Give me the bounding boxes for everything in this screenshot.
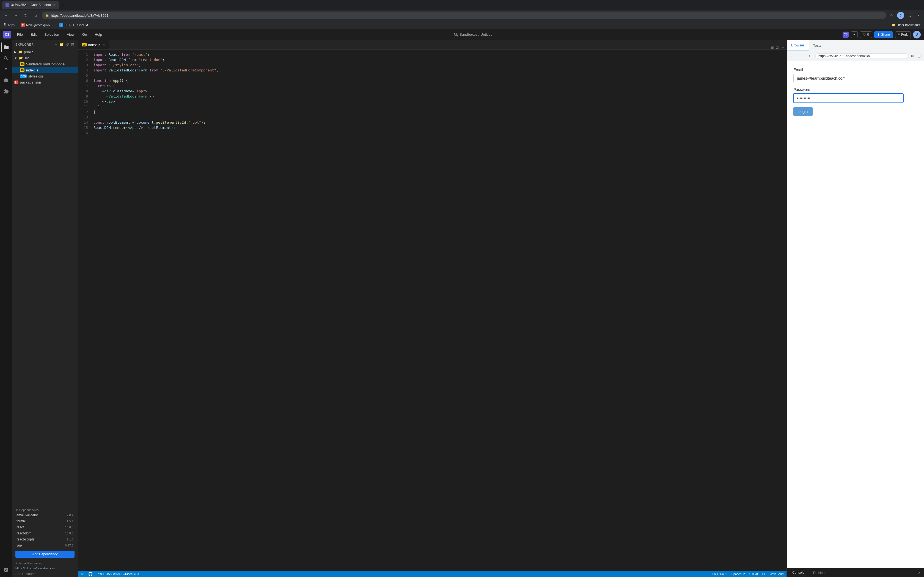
tab-close-icon[interactable]: × (103, 43, 105, 47)
split-editor-icon[interactable]: ⊞ (771, 45, 774, 50)
console-tab[interactable]: Console (790, 570, 806, 576)
new-folder-icon[interactable]: 📁 (59, 42, 64, 47)
email-label: Email (793, 68, 903, 72)
dep-formik[interactable]: formik 1.5.1 (12, 518, 78, 524)
refresh-icon[interactable]: ↺ (66, 42, 69, 47)
browser-tab[interactable]: 3x7vlv3521 - CodeSandbox × (2, 1, 59, 9)
dep-email-validator[interactable]: email-validator 2.0.4 (12, 512, 78, 518)
tab-close-icon[interactable]: × (53, 3, 55, 7)
codesandbox-logo[interactable]: CS (3, 31, 11, 39)
header-menu: File Edit Selection View Go Help (15, 31, 104, 38)
fork-button[interactable]: ⑂ Fork (895, 31, 911, 38)
explorer-title: EXPLORER (15, 43, 34, 46)
activity-files-icon[interactable] (1, 42, 11, 52)
activity-account-icon[interactable] (1, 565, 11, 575)
add-resource-button[interactable]: Add Resource (12, 571, 78, 577)
user-avatar[interactable]: J (913, 31, 921, 39)
address-bar[interactable]: 🔒 https://codesandbox.io/s/3x7vlv3521 (42, 11, 886, 19)
other-bookmarks[interactable]: 📁 Other Bookmarks (890, 23, 922, 27)
add-dependency-button[interactable]: Add Dependency (15, 551, 74, 558)
add-sandbox-button[interactable]: + (851, 31, 858, 38)
tab-title: 3x7vlv3521 - CodeSandbox (11, 3, 52, 7)
tree-item-public[interactable]: ▶ 📁 public (12, 49, 78, 55)
preview-forward-button[interactable]: → (798, 53, 805, 60)
bookmark-spiro[interactable]: S SPIRO ILS/spDM ... (58, 23, 93, 27)
preview-toolbar: ← → ↻ https://3x7vlv3521.codesandbox.io/… (787, 51, 924, 61)
status-line-ending[interactable]: LF (762, 572, 766, 575)
editor-main: JS index.js × ⊞ ⊡ ⋯ 12345 678910 1112131… (78, 40, 787, 577)
password-input[interactable] (793, 93, 903, 103)
activity-git-icon[interactable] (1, 64, 11, 74)
preview-address-bar[interactable]: https://3x7vlv3521.codesandbox.io/ (816, 53, 908, 59)
back-button[interactable]: ← (2, 11, 10, 19)
styles-filename: styles.css (28, 74, 44, 78)
menu-edit[interactable]: Edit (29, 31, 38, 38)
dep-yup[interactable]: yup 0.27.0 (12, 542, 78, 548)
tree-item-index-js[interactable]: JS index.js (12, 67, 78, 73)
tree-item-package[interactable]: { } package.json (12, 79, 78, 85)
sidebar-header: EXPLORER + 📁 ↺ ⊟ (12, 40, 78, 49)
dep-name: email-validator (16, 513, 38, 517)
editor-tabs-bar: JS index.js × ⊞ ⊡ ⋯ (78, 40, 787, 50)
code-area[interactable]: 12345 678910 1112131415 16 import React … (78, 50, 787, 571)
tree-item-src[interactable]: ▼ 📂 src (12, 55, 78, 61)
menu-help[interactable]: Help (93, 31, 104, 38)
spiro-label: SPIRO ILS/spDM ... (65, 23, 91, 27)
forward-button[interactable]: → (12, 11, 20, 19)
preview-tabs: Browser Tests (787, 40, 924, 51)
email-input[interactable] (793, 74, 903, 83)
status-language[interactable]: JavaScript (770, 572, 784, 575)
menu-go[interactable]: Go (81, 31, 89, 38)
menu-view[interactable]: View (65, 31, 76, 38)
tree-item-validated[interactable]: JS ValidatedFormCompone... (12, 61, 78, 67)
problems-tab[interactable]: Problems (811, 570, 829, 576)
new-tab-button[interactable]: + (60, 2, 66, 8)
collapse-icon[interactable]: ⊟ (71, 42, 74, 47)
dep-version: 2.1.8 (67, 538, 73, 541)
status-encoding[interactable]: UTF-8 (750, 572, 758, 575)
profile-avatar[interactable]: J (897, 12, 904, 19)
browser-chrome: 3x7vlv3521 - CodeSandbox × + (0, 0, 924, 10)
preview-reload-button[interactable]: ↻ (806, 53, 814, 60)
new-file-icon[interactable]: + (55, 42, 58, 47)
extensions-icon[interactable]: ⠿ (906, 12, 913, 19)
status-twitter[interactable]: 🐦 (80, 572, 84, 576)
bookmark-apps[interactable]: ⠿ Apps (2, 22, 16, 28)
activity-debug-icon[interactable] (1, 75, 11, 85)
reload-button[interactable]: ↻ (22, 11, 30, 19)
status-github[interactable] (89, 572, 92, 576)
share-button[interactable]: ⬆ Share (874, 31, 893, 38)
menu-file[interactable]: File (15, 31, 24, 38)
activity-search-icon[interactable] (1, 53, 11, 63)
view-toggle-icon[interactable]: ⊡ (775, 45, 779, 50)
code-content[interactable]: import React from "react"; import ReactD… (90, 50, 787, 571)
tree-item-styles[interactable]: CSS styles.css (12, 73, 78, 79)
validated-filename: ValidatedFormCompone... (26, 62, 68, 66)
login-button[interactable]: Login (793, 107, 813, 116)
preview-back-button[interactable]: ← (789, 53, 796, 60)
menu-selection[interactable]: Selection (43, 31, 60, 38)
console-collapse-icon[interactable]: ∧ (918, 571, 921, 575)
resource-url-item[interactable]: https://cdn.com/bootstrap.css (12, 566, 78, 571)
package-filename: package.json (20, 80, 41, 84)
status-spaces[interactable]: Spaces: 2 (732, 572, 745, 575)
like-button[interactable]: ♡ 0 (860, 31, 872, 38)
home-button[interactable]: ⌂ (32, 11, 40, 19)
dep-react-dom[interactable]: react-dom 16.8.3 (12, 530, 78, 536)
activity-extensions-icon[interactable] (1, 86, 11, 96)
index-js-filename: index.js (26, 68, 38, 72)
status-position[interactable]: Ln 1, Col 1 (712, 572, 727, 575)
more-icon[interactable]: ⋮ (915, 12, 922, 19)
preview-copy-icon[interactable]: ⧉ (910, 53, 915, 60)
chevron-down-icon: ▼ (14, 56, 17, 60)
dep-react[interactable]: react 16.8.3 (12, 524, 78, 530)
preview-tests-tab[interactable]: Tests (809, 40, 826, 51)
bookmark-mail[interactable]: M Mail - james.quick... (19, 23, 55, 27)
dependencies-header[interactable]: ▼ Dependencies (12, 507, 78, 512)
preview-browser-tab[interactable]: Browser (787, 40, 809, 51)
preview-open-icon[interactable]: ⊡ (916, 53, 922, 60)
more-actions-icon[interactable]: ⋯ (780, 45, 784, 50)
dep-react-scripts[interactable]: react-scripts 2.1.8 (12, 536, 78, 542)
star-icon[interactable]: ☆ (888, 12, 895, 19)
editor-tab-index-js[interactable]: JS index.js × (78, 40, 109, 50)
